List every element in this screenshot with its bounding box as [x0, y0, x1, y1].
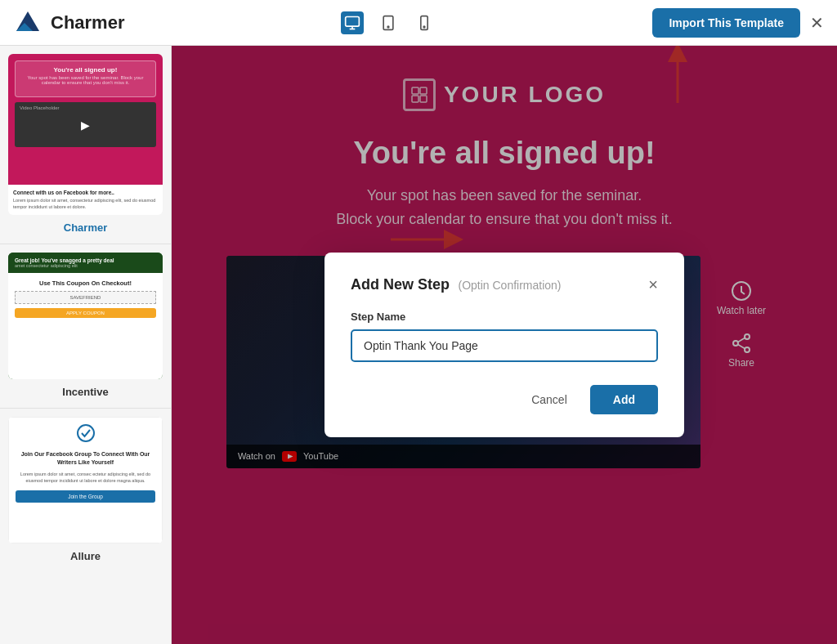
modal-overlay: Add New Step (Optin Confirmation) × Step… [172, 46, 837, 644]
cancel-button[interactable]: Cancel [518, 387, 580, 413]
tablet-device-btn[interactable] [377, 11, 400, 34]
play-icon: ▶ [81, 119, 90, 132]
allure-title: Join Our Facebook Group To Connect With … [16, 450, 155, 467]
desktop-device-btn[interactable] [341, 11, 364, 34]
incentive-coupon-title: Use This Coupon On Checkout! [15, 280, 156, 287]
charmer-label: Charmer [8, 221, 163, 234]
mobile-device-btn[interactable] [413, 11, 436, 34]
modal-close-button[interactable]: × [648, 275, 658, 294]
connect-text: Lorem ipsum dolor sit amet, consectetur … [13, 198, 158, 210]
device-switcher [341, 11, 436, 34]
app-logo-icon [13, 8, 43, 38]
allure-sub-text: Lorem ipsum dolor sit amet, consec ectet… [16, 472, 155, 484]
modal-title: Add New Step [351, 276, 450, 293]
svg-point-6 [388, 26, 390, 28]
charmer-signed-up-sub: Your spot has been saved for the seminar… [22, 75, 149, 85]
close-button[interactable]: ✕ [810, 13, 824, 33]
allure-btn: Join the Group [16, 490, 155, 503]
template-sidebar: You're all signed up! Your spot has been… [0, 46, 172, 644]
sidebar-item-incentive[interactable]: Great job! You've snagged a pretty deal … [0, 244, 171, 409]
charmer-connect-section: Connect with us on Facebook for more.. L… [8, 185, 163, 215]
incentive-code-box: SAVEFRIEND [15, 291, 156, 304]
incentive-apply-btn: APPLY COUPON [15, 308, 156, 318]
step-name-label: Step Name [351, 311, 658, 323]
incentive-header: Great job! You've snagged a pretty deal … [8, 253, 163, 273]
sidebar-item-allure[interactable]: Join Our Facebook Group To Connect With … [0, 409, 171, 572]
incentive-header-sub: amet consectetur adipiscing elit [15, 263, 156, 268]
app-title: Charmer [51, 12, 124, 34]
header-left: Charmer [13, 8, 124, 38]
incentive-label: Incentive [8, 386, 163, 398]
content-area: YOUR LOGO You're all signed up! Your spo… [172, 46, 837, 644]
svg-point-8 [424, 26, 426, 28]
charmer-signed-up-title: You're all signed up! [22, 66, 149, 74]
allure-thumbnail: Join Our Facebook Group To Connect With … [8, 417, 163, 543]
sidebar-item-charmer[interactable]: You're all signed up! Your spot has been… [0, 46, 171, 244]
incentive-header-text: Great job! You've snagged a pretty deal [15, 257, 156, 263]
modal-header: Add New Step (Optin Confirmation) × [351, 275, 658, 294]
modal-field-group: Step Name [351, 311, 658, 362]
video-placeholder-label: Video Placeholder [20, 105, 60, 110]
connect-title: Connect with us on Facebook for more.. [13, 190, 158, 195]
incentive-preview: Great job! You've snagged a pretty deal … [8, 253, 163, 379]
add-button[interactable]: Add [590, 385, 658, 414]
charmer-video-placeholder: Video Placeholder ▶ [15, 102, 156, 147]
incentive-thumbnail: Great job! You've snagged a pretty deal … [8, 253, 163, 379]
import-template-button[interactable]: Import This Template [652, 8, 800, 38]
allure-check-icon [16, 424, 155, 445]
header-right: Import This Template ✕ [652, 8, 824, 38]
modal-title-group: Add New Step (Optin Confirmation) [351, 276, 562, 293]
header: Charmer Import This Template ✕ [0, 0, 837, 46]
main-layout: You're all signed up! Your spot has been… [0, 46, 837, 644]
step-name-input[interactable] [351, 329, 658, 362]
modal-subtitle: (Optin Confirmation) [458, 279, 561, 292]
allure-label: Allure [8, 550, 163, 562]
allure-preview: Join Our Facebook Group To Connect With … [8, 417, 163, 543]
charmer-signed-up-banner: You're all signed up! Your spot has been… [15, 60, 156, 97]
modal-actions: Cancel Add [351, 385, 658, 414]
svg-rect-2 [346, 16, 360, 26]
charmer-thumbnail: You're all signed up! Your spot has been… [8, 54, 163, 215]
add-step-modal: Add New Step (Optin Confirmation) × Step… [325, 253, 684, 437]
svg-point-11 [78, 425, 94, 441]
incentive-body: Use This Coupon On Checkout! SAVEFRIEND … [8, 273, 163, 379]
